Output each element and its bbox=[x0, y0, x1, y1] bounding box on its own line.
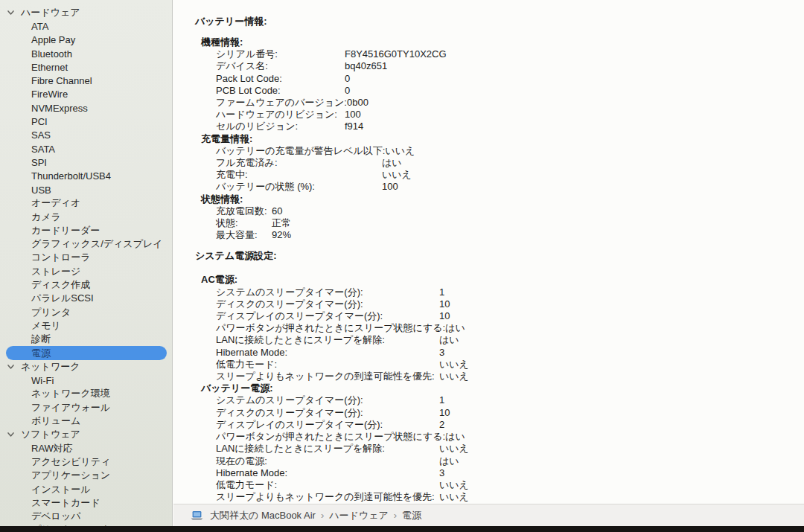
sidebar-item-label: Ethernet bbox=[31, 62, 68, 73]
info-value: 10 bbox=[439, 298, 450, 310]
sidebar-item[interactable]: Wi-Fi bbox=[0, 374, 172, 387]
sidebar-item[interactable]: ディスク作成 bbox=[0, 278, 172, 292]
sidebar-item[interactable]: Fibre Channel bbox=[0, 74, 172, 87]
info-value: はい bbox=[445, 322, 465, 334]
sidebar-item[interactable]: SATA bbox=[0, 142, 172, 156]
sidebar-item[interactable]: ネットワーク環境 bbox=[0, 387, 172, 400]
sidebar-item[interactable]: ストレージ bbox=[0, 265, 172, 278]
report-section-header: バッテリー電源: bbox=[195, 382, 797, 394]
sidebar-item-label: アクセシビリティ bbox=[31, 455, 110, 469]
info-value: はい bbox=[439, 334, 459, 346]
sidebar-item-label: Fibre Channel bbox=[31, 75, 92, 86]
info-row: デバイス名:bq40z651 bbox=[195, 60, 797, 72]
breadcrumb-item[interactable]: 大関祥太の MacBook Air bbox=[210, 509, 316, 522]
sidebar-item[interactable]: アクセシビリティ bbox=[0, 455, 172, 469]
info-label: 充電中: bbox=[216, 169, 382, 181]
info-value: F8Y4516G0TY10X2CG bbox=[345, 48, 447, 60]
info-row: パワーボタンが押されたときにスリープ状態にする:はい bbox=[195, 431, 797, 443]
info-row: バッテリーの充電量が警告レベル以下:いいえ bbox=[195, 145, 797, 157]
sidebar-item[interactable]: Bluetooth bbox=[0, 47, 172, 60]
info-label: システムのスリープタイマー(分): bbox=[216, 286, 439, 298]
chevron-down-icon[interactable] bbox=[7, 362, 15, 371]
sidebar-item[interactable]: スマートカード bbox=[0, 496, 172, 510]
sidebar-item[interactable]: USB bbox=[0, 183, 172, 196]
sidebar-item-label: ディスク作成 bbox=[31, 278, 90, 292]
sidebar-item[interactable]: ファイアウォール bbox=[0, 401, 172, 414]
sidebar-item[interactable]: コントローラ bbox=[0, 251, 172, 264]
sidebar-item-label: PCI bbox=[31, 116, 48, 127]
sidebar-item[interactable]: デベロッパ bbox=[0, 510, 172, 523]
info-label: PCB Lot Code: bbox=[216, 85, 345, 97]
info-row: スリープよりもネットワークの到達可能性を優先:いいえ bbox=[195, 371, 797, 382]
sidebar-item[interactable]: ボリューム bbox=[0, 414, 172, 428]
sidebar-item-label: ハードウェア bbox=[21, 6, 80, 19]
info-row: シリアル番号:F8Y4516G0TY10X2CG bbox=[195, 48, 797, 60]
info-value: いいえ bbox=[385, 145, 415, 157]
sidebar-item[interactable]: SAS bbox=[0, 129, 172, 142]
report-section-header: 機種情報: bbox=[195, 36, 797, 48]
info-value: はい bbox=[445, 431, 465, 443]
sidebar-group[interactable]: ネットワーク bbox=[0, 360, 172, 374]
sidebar-group[interactable]: ソフトウェア bbox=[0, 428, 172, 441]
sidebar-item[interactable]: カードリーダー bbox=[0, 224, 172, 237]
sidebar-item-label: アプリケーション bbox=[31, 469, 110, 482]
sidebar-item[interactable]: Apple Pay bbox=[0, 33, 172, 47]
info-row: フル充電済み:はい bbox=[195, 157, 797, 169]
sidebar-item[interactable]: Thunderbolt/USB4 bbox=[0, 170, 172, 183]
system-information-window: ハードウェアATAApple PayBluetoothEthernetFibre… bbox=[0, 0, 804, 532]
info-label: デバイス名: bbox=[216, 60, 345, 72]
info-label: LANに接続したときにスリープを解除: bbox=[216, 334, 439, 346]
sidebar-item-label: ソフトウェア bbox=[21, 428, 80, 441]
breadcrumb-separator: › bbox=[394, 510, 397, 521]
sidebar-item[interactable]: FireWire bbox=[0, 88, 172, 101]
laptop-icon bbox=[191, 510, 203, 521]
chevron-down-icon[interactable] bbox=[7, 431, 15, 439]
sidebar-item[interactable]: Ethernet bbox=[0, 60, 172, 74]
info-row: システムのスリープタイマー(分):1 bbox=[195, 394, 797, 406]
sidebar-item[interactable]: グラフィックス/ディスプレイ bbox=[0, 237, 172, 251]
breadcrumb-item[interactable]: 電源 bbox=[402, 509, 421, 522]
info-label: 充放電回数: bbox=[216, 205, 272, 217]
info-row: 現在の電源:はい bbox=[195, 455, 797, 467]
sidebar-item[interactable]: NVMExpress bbox=[0, 101, 172, 115]
info-value: 0b00 bbox=[347, 97, 368, 109]
sidebar-item-selected[interactable]: 電源 bbox=[0, 346, 172, 359]
info-value: はい bbox=[382, 157, 402, 169]
info-row: Hibernate Mode:3 bbox=[195, 347, 797, 359]
sidebar-item[interactable]: カメラ bbox=[0, 210, 172, 223]
sidebar-group[interactable]: ハードウェア bbox=[0, 6, 172, 19]
sidebar-item[interactable]: プリンタ bbox=[0, 306, 172, 319]
sidebar-item[interactable]: アプリケーション bbox=[0, 469, 172, 482]
sidebar-item[interactable]: インストール bbox=[0, 482, 172, 496]
sidebar-item-label: メモリ bbox=[31, 319, 61, 333]
sidebar-item-label: ATA bbox=[31, 21, 48, 32]
sidebar-item-label: ネットワーク bbox=[21, 360, 80, 374]
info-label: 現在の電源: bbox=[216, 455, 439, 467]
info-label: 低電力モード: bbox=[216, 479, 439, 491]
info-value: 2 bbox=[439, 419, 444, 431]
info-label: Hibernate Mode: bbox=[216, 467, 439, 479]
sidebar-item[interactable]: オーディオ bbox=[0, 196, 172, 210]
breadcrumb-item[interactable]: ハードウェア bbox=[329, 509, 389, 522]
info-label: スリープよりもネットワークの到達可能性を優先: bbox=[216, 371, 439, 382]
sidebar-item[interactable]: RAW対応 bbox=[0, 442, 172, 455]
info-label: 状態: bbox=[216, 217, 272, 229]
sidebar-item-label: デベロッパ bbox=[31, 510, 81, 523]
info-row: ハードウェアのリビジョン:100 bbox=[195, 109, 797, 121]
chevron-down-icon[interactable] bbox=[7, 9, 15, 17]
sidebar-item[interactable]: メモリ bbox=[0, 319, 172, 333]
info-label: Pack Lot Code: bbox=[216, 73, 345, 85]
sidebar-item[interactable]: 診断 bbox=[0, 333, 172, 346]
sidebar-item[interactable]: ATA bbox=[0, 19, 172, 33]
info-row: ディスクのスリープタイマー(分):10 bbox=[195, 407, 797, 419]
info-row: システムのスリープタイマー(分):1 bbox=[195, 286, 797, 298]
info-row: 状態:正常 bbox=[195, 217, 797, 229]
info-label: システムのスリープタイマー(分): bbox=[216, 394, 439, 406]
info-label: 低電力モード: bbox=[216, 359, 439, 371]
info-row: 低電力モード:いいえ bbox=[195, 359, 797, 371]
info-label: ファームウェアのバージョン: bbox=[216, 97, 347, 109]
sidebar-item[interactable]: PCI bbox=[0, 115, 172, 128]
sidebar-item[interactable]: パラレルSCSI bbox=[0, 292, 172, 305]
info-value: 1 bbox=[439, 286, 444, 298]
sidebar-item[interactable]: SPI bbox=[0, 156, 172, 169]
